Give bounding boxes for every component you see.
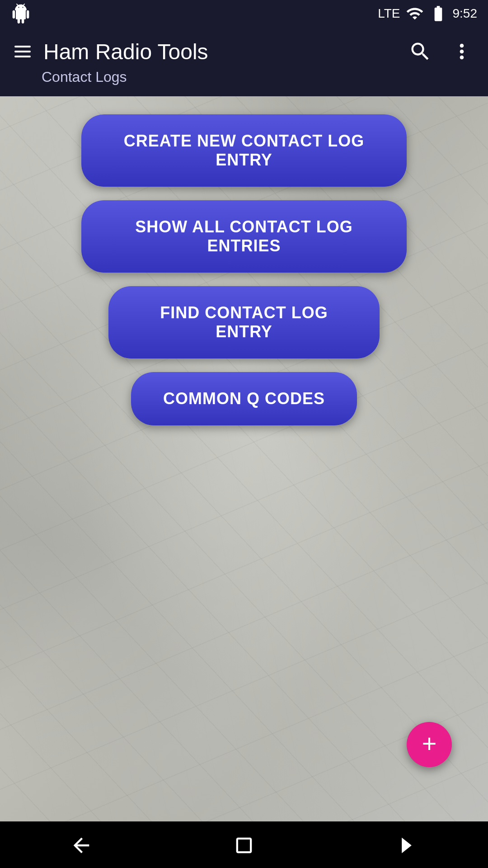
svg-rect-0: [237, 839, 251, 852]
recent-icon: [395, 834, 418, 857]
time-display: 9:52: [453, 6, 478, 21]
search-icon: [408, 40, 432, 63]
menu-line-3: [14, 56, 31, 57]
plus-icon: +: [422, 731, 437, 756]
recent-nav-button[interactable]: [388, 826, 426, 864]
bottom-nav: [0, 823, 488, 868]
status-bar-right: LTE 9:52: [378, 5, 477, 23]
svg-marker-1: [402, 838, 412, 854]
home-nav-button[interactable]: [225, 826, 263, 864]
app-bar-actions: [405, 36, 477, 67]
subtitle: Contact Logs: [42, 69, 477, 85]
app-title: Ham Radio Tools: [43, 39, 208, 64]
find-contact-button[interactable]: FIND CONTACT LOG ENTRY: [108, 286, 380, 359]
battery-icon: [429, 5, 447, 23]
show-all-contacts-button[interactable]: SHOW ALL CONTACT LOG ENTRIES: [81, 200, 407, 273]
menu-line-1: [14, 46, 31, 47]
lte-indicator: LTE: [378, 6, 400, 21]
app-bar-left: Ham Radio Tools: [11, 39, 208, 64]
back-nav-button[interactable]: [62, 826, 100, 864]
android-icon: [11, 4, 31, 24]
app-bar-row: Ham Radio Tools: [11, 36, 477, 67]
common-q-codes-button[interactable]: COMMON Q CODES: [131, 372, 357, 425]
home-icon: [232, 834, 256, 857]
search-button[interactable]: [405, 36, 436, 67]
signal-icon: [406, 5, 424, 23]
status-bar: LTE 9:52: [0, 0, 488, 27]
more-vert-icon: [450, 40, 474, 63]
back-icon: [70, 834, 93, 857]
status-bar-left: [11, 4, 31, 24]
more-options-button[interactable]: [446, 36, 477, 67]
main-content: CREATE NEW CONTACT LOG ENTRY SHOW ALL CO…: [0, 96, 488, 821]
menu-button[interactable]: [11, 42, 34, 61]
create-new-contact-button[interactable]: CREATE NEW CONTACT LOG ENTRY: [81, 114, 407, 187]
app-bar: Ham Radio Tools Contact Logs: [0, 27, 488, 96]
menu-line-2: [14, 51, 31, 52]
fab-add-button[interactable]: +: [407, 722, 452, 767]
buttons-container: CREATE NEW CONTACT LOG ENTRY SHOW ALL CO…: [0, 114, 488, 425]
